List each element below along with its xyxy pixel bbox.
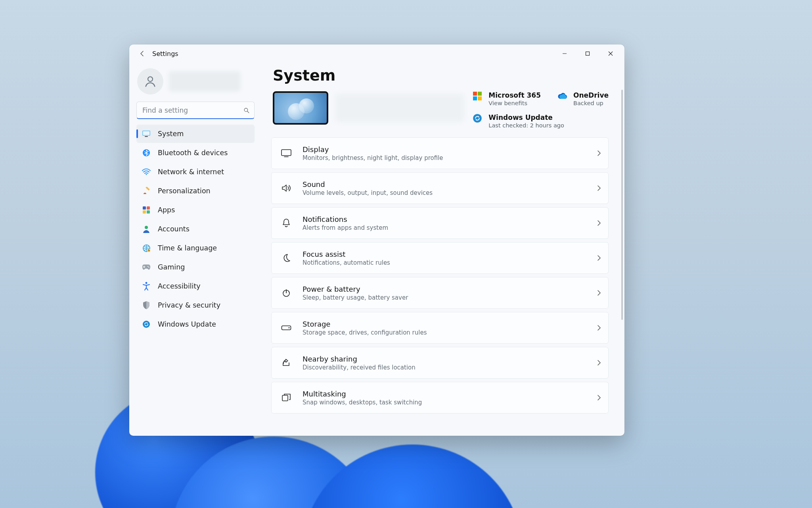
profile-header[interactable] [136,67,255,99]
back-button[interactable] [136,47,149,60]
setting-focus-assist[interactable]: Focus assistNotifications, automatic rul… [271,242,609,274]
nav-item-personalization[interactable]: Personalization [136,182,255,200]
promo-microsoft-365[interactable]: Microsoft 365 View benefits [473,91,541,106]
search-box[interactable] [136,102,255,119]
setting-display[interactable]: DisplayMonitors, brightness, night light… [271,137,609,169]
nav-item-label: Network & internet [158,168,224,176]
search-input[interactable] [136,102,255,119]
person-icon [144,75,157,88]
moon-icon [280,254,292,262]
nav-item-label: Personalization [158,187,211,195]
close-button[interactable] [599,44,622,63]
setting-notifications[interactable]: NotificationsAlerts from apps and system [271,207,609,239]
setting-title: Nearby sharing [303,355,597,363]
setting-multitasking[interactable]: MultitaskingSnap windows, desktops, task… [271,382,609,414]
display-icon [280,149,292,158]
nav-item-network[interactable]: Network & internet [136,163,255,181]
svg-rect-22 [478,92,482,96]
microsoft-icon [473,91,483,102]
setting-sub: Notifications, automatic rules [303,259,597,266]
bell-icon [280,218,292,228]
shield-icon [142,301,151,310]
nav-item-accounts[interactable]: Accounts [136,220,255,238]
sidebar: System Bluetooth & devices Network & int… [129,63,262,436]
minimize-button[interactable] [553,44,576,63]
scrollbar[interactable] [621,90,623,320]
setting-sub: Sleep, battery usage, battery saver [303,294,597,301]
svg-rect-8 [146,187,150,190]
chevron-right-icon [597,290,601,296]
wallpaper-shape [301,444,523,508]
nav-item-privacy[interactable]: Privacy & security [136,296,255,314]
svg-rect-23 [473,96,477,100]
nav-item-label: Apps [158,206,175,214]
chevron-right-icon [597,360,601,366]
paintbrush-icon [142,187,151,195]
main: System Microsoft 365 View benefits [262,63,624,436]
onedrive-icon [557,91,568,102]
svg-point-7 [146,174,147,175]
promo-title: Microsoft 365 [488,91,541,99]
svg-point-18 [148,267,149,267]
svg-point-20 [143,321,150,328]
promo-sub: Last checked: 2 hours ago [488,122,564,129]
device-meta-redacted [335,94,464,122]
nav-item-label: Gaming [158,263,185,271]
accounts-icon [142,225,151,233]
chevron-right-icon [597,394,601,401]
setting-title: Power & battery [303,285,597,293]
svg-rect-24 [478,96,482,100]
svg-rect-26 [282,150,291,156]
nav-item-apps[interactable]: Apps [136,201,255,219]
sound-icon [280,184,292,192]
promo-windows-update[interactable]: Windows Update Last checked: 2 hours ago [473,114,564,129]
nav-item-windows-update[interactable]: Windows Update [136,315,255,333]
avatar [137,68,163,94]
nav-item-label: Privacy & security [158,301,220,309]
settings-window: Settings [129,44,624,436]
nav-item-label: System [158,130,184,138]
setting-power-battery[interactable]: Power & batterySleep, battery usage, bat… [271,277,609,309]
nav-item-system[interactable]: System [136,125,255,143]
device-thumbnail [273,91,328,125]
window-title: Settings [152,50,178,58]
nav-item-bluetooth[interactable]: Bluetooth & devices [136,144,255,162]
profile-name-redacted [169,71,240,91]
svg-point-13 [145,226,148,229]
nav: System Bluetooth & devices Network & int… [136,125,255,333]
svg-rect-9 [143,206,146,210]
settings-list: DisplayMonitors, brightness, night light… [271,137,620,414]
svg-rect-4 [143,131,150,135]
promo-onedrive[interactable]: OneDrive Backed up [557,91,609,106]
setting-title: Display [303,145,597,154]
apps-icon [142,206,151,214]
search-icon [243,107,250,114]
system-header: Microsoft 365 View benefits OneDrive Bac… [271,91,620,129]
setting-sub: Volume levels, output, input, sound devi… [303,189,597,196]
setting-sound[interactable]: SoundVolume levels, output, input, sound… [271,172,609,204]
power-icon [280,289,292,297]
globe-clock-icon [142,244,151,252]
svg-point-19 [146,282,147,284]
device-summary[interactable] [273,91,464,125]
setting-nearby-sharing[interactable]: Nearby sharingDiscoverability, received … [271,347,609,379]
storage-icon [280,325,292,331]
share-icon [280,358,292,368]
setting-storage[interactable]: StorageStorage space, drives, configurat… [271,312,609,344]
nav-item-time-language[interactable]: Time & language [136,239,255,257]
svg-point-29 [289,327,290,329]
svg-point-1 [148,77,153,81]
svg-point-17 [147,266,148,267]
setting-sub: Storage space, drives, configuration rul… [303,329,597,336]
setting-sub: Snap windows, desktops, task switching [303,399,597,406]
nav-item-label: Accounts [158,225,190,233]
setting-title: Notifications [303,215,597,223]
accessibility-icon [142,282,151,291]
nav-item-accessibility[interactable]: Accessibility [136,277,255,295]
nav-item-label: Accessibility [158,282,201,290]
svg-point-2 [244,108,248,112]
maximize-button[interactable] [576,44,599,63]
arrow-left-icon [139,50,146,57]
update-icon [473,114,483,124]
nav-item-gaming[interactable]: Gaming [136,258,255,276]
